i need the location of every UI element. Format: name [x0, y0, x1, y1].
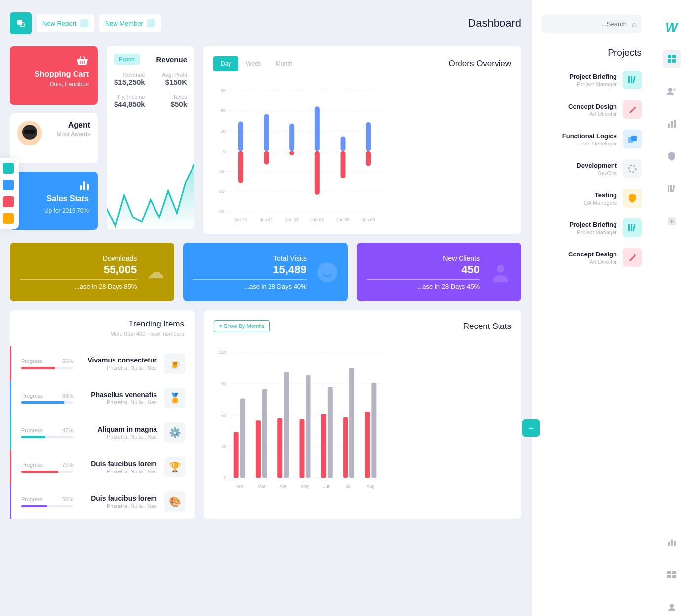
svg-rect-65	[349, 368, 354, 478]
svg-rect-26	[289, 151, 294, 155]
logo-icon[interactable]: W	[665, 20, 678, 35]
svg-point-85	[668, 88, 672, 92]
stat-sub: ...ase in 28 Days 40%	[193, 283, 306, 290]
project-item[interactable]: Project BriefingProject Manager	[541, 71, 642, 89]
svg-rect-87	[668, 124, 670, 128]
sales-title: Sales Stats	[19, 194, 89, 203]
smile-icon	[316, 261, 338, 283]
app-icon[interactable]	[10, 12, 32, 34]
tag-yellow[interactable]	[3, 213, 14, 224]
svg-rect-32	[341, 151, 346, 178]
clients-card[interactable]: New Clients 450 ...ase in 28 Days 45%	[357, 243, 521, 301]
svg-text:120: 120	[219, 350, 226, 355]
visits-card[interactable]: Total Visits 15,489 ...ase in 28 Days 40…	[183, 243, 347, 301]
tag-teal[interactable]	[3, 163, 14, 174]
revenue-title: Revenue	[156, 55, 187, 64]
svg-point-86	[673, 88, 676, 91]
trending-subtitle: More than 400+ new members	[21, 331, 184, 337]
project-item[interactable]: Concept DesignArt Director	[541, 100, 642, 119]
svg-text:0: 0	[223, 149, 226, 154]
trend-icon: 🎨	[164, 491, 185, 512]
svg-rect-34	[366, 122, 371, 151]
svg-text:Jul: Jul	[346, 484, 352, 489]
rail-library-icon[interactable]	[663, 180, 681, 198]
project-icon	[623, 248, 642, 267]
tag-red[interactable]	[3, 196, 14, 207]
svg-text:90: 90	[221, 88, 226, 93]
svg-rect-53	[262, 389, 267, 478]
svg-text:Apr: Apr	[280, 484, 287, 489]
project-item[interactable]: Project BriefingProject Manager	[541, 218, 642, 237]
rail-chart2-icon[interactable]	[663, 533, 681, 551]
svg-text:60-: 60-	[219, 189, 226, 194]
rail-users-icon[interactable]	[663, 82, 681, 100]
svg-point-37	[317, 262, 337, 282]
svg-text:Jun: Jun	[323, 484, 331, 489]
svg-rect-23	[264, 151, 269, 165]
show-by-months-button[interactable]: ▾ Show By Months	[214, 320, 270, 332]
svg-rect-70	[628, 76, 630, 83]
svg-rect-98	[672, 571, 676, 574]
tab-day[interactable]: Day	[213, 56, 238, 71]
svg-rect-35	[366, 151, 371, 166]
tag-blue[interactable]	[3, 180, 14, 190]
rail-chart-icon[interactable]	[663, 115, 681, 133]
stat-label: New Clients	[367, 254, 480, 262]
projects-panel: ⌕ Projects Project BriefingProject Manag…	[531, 0, 652, 616]
export-button[interactable]: Export	[114, 54, 140, 65]
new-report-label: New Report	[42, 20, 77, 27]
stat-label: Total Visits	[193, 254, 306, 262]
agent-avatar	[17, 121, 42, 145]
rail-grid-icon[interactable]	[663, 50, 681, 68]
svg-point-76	[629, 165, 636, 172]
downloads-card[interactable]: Downloads 55,005 ...ase in 28 Days 85% ☁	[10, 243, 174, 301]
trending-item[interactable]: Progress83% Phasellus venenatisPharetra,…	[10, 381, 195, 415]
project-item[interactable]: Concept DesignArt Director	[541, 248, 642, 267]
svg-text:30-: 30-	[219, 169, 226, 174]
tab-month[interactable]: Month	[269, 56, 300, 71]
project-item[interactable]: Functional LogicsLead Developer	[541, 130, 642, 148]
svg-text:Aug: Aug	[367, 484, 375, 489]
project-icon	[623, 218, 642, 237]
svg-rect-96	[674, 541, 676, 546]
rev-value: $44,850k	[114, 100, 145, 108]
new-report-button[interactable]: New Report	[37, 14, 94, 32]
rev-value: $150K	[162, 78, 187, 86]
svg-text:Jan '11: Jan '11	[233, 217, 248, 222]
stat-sub: ...ase in 28 Days 85%	[20, 283, 137, 290]
search-input[interactable]	[541, 15, 642, 33]
rail-user-icon[interactable]	[663, 598, 681, 616]
recent-stats-card: ▾ Show By Months Recent Stats 0306090120…	[204, 310, 521, 519]
basket-icon	[76, 55, 89, 66]
tab-week[interactable]: Week	[238, 56, 268, 71]
shopping-subtitle: Duis, Faucibus	[19, 81, 89, 88]
new-member-button[interactable]: New Member	[99, 14, 161, 32]
trending-item[interactable]: Progress50% Duis faucibus loremPharetra,…	[10, 484, 195, 519]
agent-subtitle: Most Awards	[47, 131, 90, 139]
panel-toggle-button[interactable]: →	[522, 419, 540, 437]
trending-item[interactable]: Progress47% Aliquam in magnaPharetra, Nu…	[10, 415, 195, 450]
trending-item[interactable]: Progress65% Vivamus consecteturPharetra,…	[10, 346, 195, 381]
rail-add-icon[interactable]	[663, 213, 681, 230]
stat-value: 55,005	[20, 263, 137, 276]
orders-title: Orders Overview	[448, 59, 511, 69]
project-icon	[623, 159, 642, 178]
project-icon	[623, 71, 642, 89]
svg-rect-91	[670, 185, 672, 192]
svg-rect-75	[631, 136, 637, 141]
sales-card[interactable]: Sales Stats Up for 2019 70%	[10, 172, 98, 230]
svg-rect-29	[315, 151, 320, 195]
project-item[interactable]: TestingQA Managers	[541, 189, 642, 208]
agent-card[interactable]: Agent Most Awards	[10, 113, 98, 163]
trending-card: Trending Items More than 400+ new member…	[10, 310, 195, 519]
recent-title: Recent Stats	[463, 322, 511, 331]
rail-shield-icon[interactable]	[663, 147, 681, 165]
project-icon	[623, 130, 642, 148]
trending-item[interactable]: Progress71% Duis faucibus loremPharetra,…	[10, 450, 195, 484]
svg-rect-68	[371, 383, 376, 478]
project-item[interactable]: DevelopmentDevOps	[541, 159, 642, 178]
svg-point-101	[670, 604, 674, 608]
shopping-cart-card[interactable]: Shopping Cart Duis, Faucibus	[10, 46, 98, 105]
svg-rect-81	[668, 55, 671, 58]
rail-grid2-icon[interactable]	[663, 566, 681, 583]
